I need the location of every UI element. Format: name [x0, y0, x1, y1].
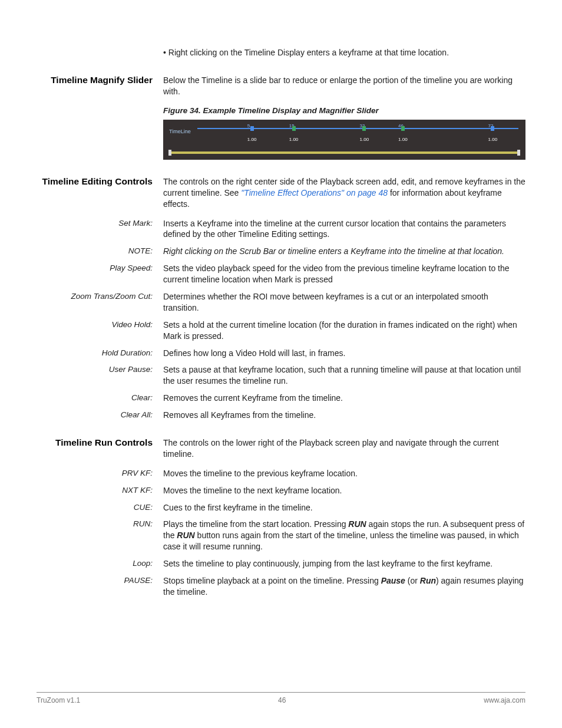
editing-item-body: Sets the video playback speed for the vi…	[163, 263, 525, 285]
editing-item-row: Clear All:Removes all Keyframes from the…	[37, 410, 525, 421]
section-run: Timeline Run Controls The controls on th…	[37, 437, 525, 460]
run-item-row: RUN:Plays the timeline from the start lo…	[37, 519, 525, 552]
editing-item-term: Clear All:	[121, 410, 153, 419]
editing-item-row: Set Mark:Inserts a Keyframe into the tim…	[37, 218, 525, 241]
run-intro: The controls on the lower right of the P…	[163, 437, 525, 460]
editing-item-body: Sets a hold at the current timeline loca…	[163, 319, 525, 342]
figure-keyframe-marker	[491, 126, 494, 131]
run-item-term: NXT KF:	[122, 486, 153, 495]
figure-slider	[171, 151, 517, 154]
heading-magnify: Timeline Magnify Slider	[51, 75, 153, 85]
page: • Right clicking on the Timeline Display…	[0, 0, 562, 728]
run-item-term: RUN:	[133, 519, 153, 528]
run-item-body: Plays the timeline from the start locati…	[163, 519, 525, 552]
editing-item-row: Play Speed:Sets the video playback speed…	[37, 263, 525, 285]
heading-run: Timeline Run Controls	[55, 437, 153, 447]
run-item-term: Loop:	[133, 559, 153, 568]
editing-item-row: NOTE:Right clicking on the Scrub Bar or …	[37, 246, 525, 257]
editing-item-body: Defines how long a Video Hold will last,…	[163, 348, 525, 359]
editing-item-term: Clear:	[131, 393, 153, 402]
figure-keyframe-marker	[401, 126, 405, 131]
figure-timeline: TimeLine 51.00151.00331.00461.00721.00	[163, 120, 525, 160]
editing-item-term: NOTE:	[128, 246, 153, 255]
editing-item-term: Play Speed:	[110, 263, 153, 272]
editing-item-term: User Pause:	[109, 365, 153, 374]
run-item-body: Cues to the first keyframe in the timeli…	[163, 502, 525, 513]
figure-ruler	[197, 128, 518, 129]
editing-item-term: Video Hold:	[111, 320, 153, 329]
figure-label: TimeLine	[169, 128, 191, 135]
editing-item-row: User Pause:Sets a pause at that keyframe…	[37, 364, 525, 387]
run-item-term: CUE:	[134, 503, 153, 512]
editing-item-body: Right clicking on the Scrub Bar or timel…	[163, 246, 525, 257]
run-item-row: PAUSE:Stops timeline playback at a point…	[37, 575, 525, 598]
footer-url: www.aja.com	[484, 696, 525, 704]
run-item-row: Loop:Sets the timeline to play continuou…	[37, 558, 525, 569]
editing-item-body: Removes all Keyframes from the timeline.	[163, 410, 525, 421]
editing-item-row: Video Hold:Sets a hold at the current ti…	[37, 319, 525, 342]
editing-item-term: Zoom Trans/Zoom Cut:	[71, 292, 153, 301]
editing-item-body: Determines whether the ROI move between …	[163, 291, 525, 314]
bullet-right-click: • Right clicking on the Timeline Display…	[37, 47, 525, 58]
run-item-body: Moves the timeline to the next keyframe …	[163, 485, 525, 496]
figure-keyframe-marker	[250, 126, 254, 131]
editing-item-body: Sets a pause at that keyframe location, …	[163, 364, 525, 387]
section-magnify: Timeline Magnify Slider Below the Timeli…	[37, 75, 525, 97]
footer-product: TruZoom v1.1	[37, 696, 80, 704]
editing-item-term: Set Mark:	[118, 219, 153, 228]
run-item-term: PRV KF:	[122, 469, 153, 477]
editing-item-body: Removes the current Keyframe from the ti…	[163, 393, 525, 404]
editing-item-row: Clear:Removes the current Keyframe from …	[37, 393, 525, 404]
run-item-row: CUE:Cues to the first keyframe in the ti…	[37, 502, 525, 513]
footer-page-number: 46	[278, 696, 286, 704]
figure-caption: Figure 34. Example Timeline Display and …	[163, 106, 525, 116]
figure-keyframe-marker	[292, 126, 296, 131]
run-item-body: Sets the timeline to play continuously, …	[163, 558, 525, 569]
link-timeline-effect-ops[interactable]: "Timeline Effect Operations" on page 48	[241, 188, 388, 197]
bullet-text: • Right clicking on the Timeline Display…	[163, 47, 525, 58]
run-item-body: Moves the timeline to the previous keyfr…	[163, 468, 525, 479]
run-item-body: Stops timeline playback at a point on th…	[163, 575, 525, 598]
editing-item-row: Hold Duration:Defines how long a Video H…	[37, 348, 525, 359]
magnify-body: Below the Timeline is a slide bar to red…	[163, 75, 525, 97]
run-item-row: PRV KF:Moves the timeline to the previou…	[37, 468, 525, 479]
section-editing: Timeline Editing Controls The controls o…	[37, 176, 525, 210]
editing-item-row: Zoom Trans/Zoom Cut:Determines whether t…	[37, 291, 525, 314]
editing-item-term: Hold Duration:	[102, 348, 153, 357]
run-item-term: PAUSE:	[124, 576, 153, 585]
editing-item-body: Inserts a Keyframe into the timeline at …	[163, 218, 525, 241]
figure-keyframe-marker	[362, 126, 366, 131]
heading-editing: Timeline Editing Controls	[42, 176, 153, 186]
figure-row: Figure 34. Example Timeline Display and …	[37, 106, 525, 160]
editing-intro: The controls on the right center side of…	[163, 176, 525, 210]
page-footer: TruZoom v1.1 46 www.aja.com	[37, 692, 525, 704]
run-item-row: NXT KF:Moves the timeline to the next ke…	[37, 485, 525, 496]
